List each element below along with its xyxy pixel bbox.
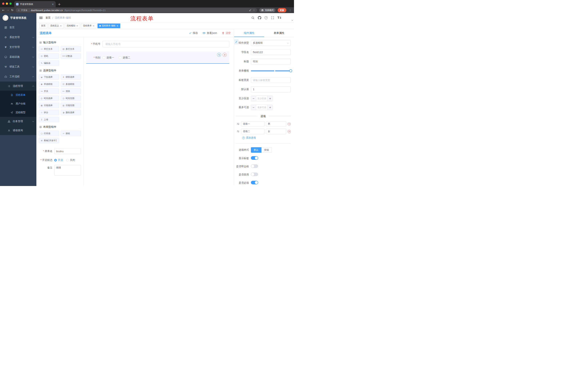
minus-icon[interactable]: − (251, 96, 256, 101)
palette-item-rate[interactable]: ☆评分 (39, 110, 59, 115)
palette-item-color-picker[interactable]: ◑颜色选择 (61, 110, 81, 115)
drag-handle-icon[interactable] (237, 122, 240, 125)
tag-process-model[interactable]: 流程模型 × (65, 23, 80, 28)
back-icon[interactable]: ← (2, 9, 5, 12)
key-icon[interactable] (249, 9, 252, 12)
palette-item-row-container[interactable]: ▢行容器 (39, 131, 59, 136)
zoom-window-button[interactable] (10, 2, 12, 5)
title-input[interactable] (251, 59, 291, 64)
form-canvas[interactable]: *手机号 (84, 37, 234, 186)
sidebar-item-leave-query[interactable]: 请假查询 (0, 126, 36, 135)
delete-widget-button[interactable] (223, 53, 227, 57)
remove-option-icon[interactable] (288, 130, 291, 133)
gender-option-2-checkbox[interactable]: 选项二 (119, 56, 130, 59)
link-icon[interactable] (234, 40, 238, 44)
copy-widget-button[interactable] (217, 53, 221, 57)
help-icon[interactable]: ? (264, 16, 268, 19)
sidebar-item-process-form[interactable]: 流程表单 (0, 91, 36, 99)
github-icon[interactable] (258, 16, 261, 20)
palette-item-counter[interactable]: 123计数器 (61, 53, 81, 59)
hamburger-icon[interactable] (39, 17, 42, 19)
close-icon[interactable]: × (76, 25, 78, 27)
border-toggle[interactable] (251, 164, 258, 168)
palette-item-password[interactable]: ⊡密码 (39, 53, 59, 59)
palette-item-table[interactable]: ⊞表格[开发中] (39, 138, 59, 143)
status-on-radio[interactable]: 开启 (54, 159, 63, 162)
close-icon[interactable]: × (116, 25, 118, 27)
plus-icon[interactable]: + (268, 96, 273, 101)
browser-menu-icon[interactable]: ⋮ (289, 9, 292, 12)
save-button[interactable]: 保存 (189, 32, 198, 35)
palette-item-time-picker[interactable]: ◴时间选择 (39, 96, 59, 101)
user-avatar-wrap[interactable] (285, 15, 291, 21)
min-select-value[interactable]: 至少应选 (256, 96, 268, 101)
palette-item-single-line-text[interactable]: ▭单行文本 (39, 46, 59, 52)
default-value-input[interactable] (251, 86, 291, 92)
field-name-input[interactable] (251, 49, 291, 55)
gender-option-1-checkbox[interactable]: 选项一 (103, 56, 114, 59)
max-select-stepper[interactable]: − 最多可选 + (251, 105, 273, 110)
palette-item-upload[interactable]: ↥上传 (39, 117, 59, 122)
clear-button[interactable]: 清空 (222, 32, 231, 35)
tag-process-form-edit[interactable]: 流程表单-编辑 × (97, 23, 120, 28)
minus-icon[interactable]: − (251, 105, 256, 110)
form-grid-slider[interactable] (251, 68, 291, 74)
slider-handle[interactable] (289, 69, 292, 72)
sidebar-item-system[interactable]: ⚙ 系统管理 (0, 32, 36, 42)
palette-item-select[interactable]: ◒下拉选择 (39, 74, 59, 80)
palette-item-checkbox-group[interactable]: ☑多选框组 (61, 81, 81, 87)
sidebar-item-home[interactable]: 首页 (0, 22, 36, 32)
label-width-input[interactable] (251, 77, 291, 83)
palette-item-date-range[interactable]: ▥日期范围 (61, 103, 81, 108)
option-name-input[interactable] (241, 121, 264, 127)
sidebar-item-payment[interactable]: ¥ 支付管理 (0, 42, 36, 52)
slider-track[interactable] (251, 70, 291, 71)
close-icon[interactable]: × (93, 25, 94, 27)
sidebar-item-infra[interactable]: 基础设施 (0, 52, 36, 62)
address-bar[interactable]: ⚠ 不安全 | dashboard.yudao.iocoder.cn /bpm/… (16, 8, 257, 12)
palette-item-multi-line-text[interactable]: ▤多行文本 (61, 46, 81, 52)
sidebar-item-user-group[interactable]: 用户分组 (0, 99, 36, 108)
palette-item-cascader[interactable]: ⋔级联选择 (61, 74, 81, 80)
update-button[interactable]: 更新 (278, 8, 286, 12)
min-select-stepper[interactable]: − 至少应选 + (251, 96, 273, 101)
tab-close-icon[interactable]: × (52, 3, 54, 5)
palette-item-date-picker[interactable]: ▦日期选择 (39, 103, 59, 108)
sidebar-item-devtools[interactable]: ⚒ 研发工具 (0, 62, 36, 72)
palette-item-switch[interactable]: ⊶开关 (39, 88, 59, 94)
palette-item-editor[interactable]: ✎编辑器 (39, 60, 59, 66)
reload-icon[interactable]: ↻ (11, 9, 13, 12)
palette-item-slider[interactable]: ⊷滑块 (61, 88, 81, 94)
forward-icon[interactable]: → (7, 9, 9, 12)
close-window-button[interactable] (2, 2, 4, 5)
breadcrumb-home[interactable]: 首页 (45, 16, 51, 20)
option-value-input[interactable] (266, 121, 286, 127)
tab-component-props[interactable]: 组件属性 (234, 29, 264, 37)
new-tab-button[interactable]: + (58, 2, 61, 6)
canvas-field-phone[interactable]: *手机号 (86, 41, 229, 47)
sidebar-item-workflow[interactable]: 工作流程 (0, 72, 36, 82)
style-button-button[interactable]: 按钮 (262, 147, 272, 153)
style-default-button[interactable]: 默认 (251, 147, 262, 153)
sidebar-item-task-mgmt[interactable]: 任务管理 (0, 117, 36, 126)
drag-handle-icon[interactable] (237, 130, 240, 133)
bookmark-star-icon[interactable]: ☆ (253, 9, 255, 11)
max-select-value[interactable]: 最多可选 (256, 105, 268, 110)
sidebar-item-process-model[interactable]: 流程模型 (0, 108, 36, 117)
close-icon[interactable]: × (60, 25, 62, 27)
palette-item-button[interactable]: ▱按钮 (61, 131, 81, 136)
remove-option-icon[interactable] (288, 122, 291, 126)
minimize-window-button[interactable] (6, 2, 8, 5)
tag-process-definition[interactable]: 流程定义 × (48, 23, 64, 28)
option-value-input[interactable] (266, 129, 286, 134)
component-type-select[interactable]: 多选框组 (251, 40, 291, 46)
browser-tab[interactable]: 芋道管理系统 × (14, 1, 56, 7)
option-name-input[interactable] (241, 129, 264, 134)
palette-item-radio-group[interactable]: ◉单选框组 (39, 81, 59, 87)
add-option-button[interactable]: + 添加选项 (242, 136, 291, 139)
status-off-radio[interactable]: 关闭 (66, 159, 75, 162)
plus-icon[interactable]: + (268, 105, 273, 110)
phone-input[interactable] (103, 41, 229, 47)
canvas-field-gender-selected[interactable]: *性别 选项一 选项二 (86, 51, 229, 64)
remark-textarea[interactable]: 嘿嘿 (54, 165, 81, 175)
